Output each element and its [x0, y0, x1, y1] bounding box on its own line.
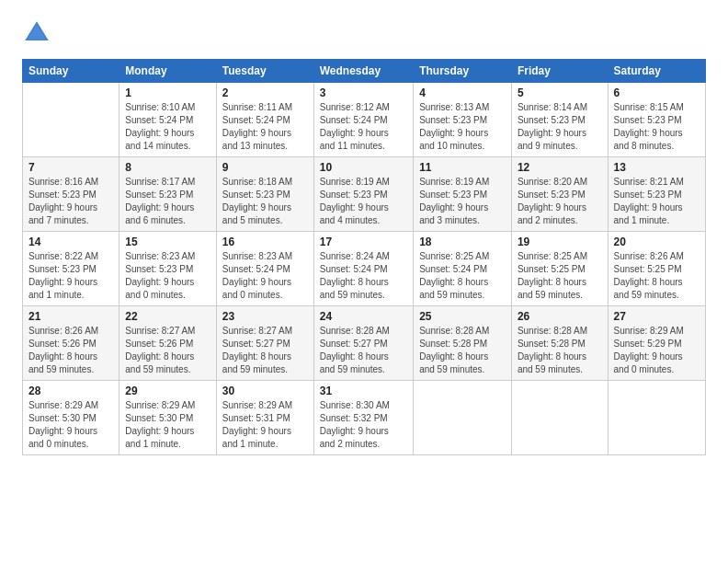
calendar-cell: 11Sunrise: 8:19 AMSunset: 5:23 PMDayligh…: [414, 157, 512, 232]
day-number: 3: [320, 86, 407, 99]
day-info: Sunrise: 8:14 AMSunset: 5:23 PMDaylight:…: [518, 101, 602, 153]
day-info: Sunrise: 8:27 AMSunset: 5:27 PMDaylight:…: [222, 325, 308, 376]
day-info: Sunrise: 8:27 AMSunset: 5:26 PMDaylight:…: [125, 325, 210, 376]
day-number: 11: [419, 161, 506, 174]
calendar-cell: 29Sunrise: 8:29 AMSunset: 5:30 PMDayligh…: [119, 381, 217, 455]
calendar-cell: 15Sunrise: 8:23 AMSunset: 5:23 PMDayligh…: [119, 232, 217, 306]
calendar-cell: 6Sunrise: 8:15 AMSunset: 5:23 PMDaylight…: [608, 83, 705, 157]
day-info: Sunrise: 8:23 AMSunset: 5:23 PMDaylight:…: [125, 250, 210, 302]
header-cell-friday: Friday: [511, 60, 608, 83]
day-info: Sunrise: 8:30 AMSunset: 5:32 PMDaylight:…: [320, 399, 407, 451]
day-info: Sunrise: 8:11 AMSunset: 5:24 PMDaylight:…: [222, 101, 308, 153]
day-info: Sunrise: 8:13 AMSunset: 5:23 PMDaylight:…: [419, 101, 506, 153]
logo-icon: [22, 18, 51, 48]
calendar-cell: 4Sunrise: 8:13 AMSunset: 5:23 PMDaylight…: [414, 83, 512, 157]
day-number: 30: [222, 385, 308, 397]
calendar-cell: 26Sunrise: 8:28 AMSunset: 5:28 PMDayligh…: [511, 306, 608, 381]
day-info: Sunrise: 8:22 AMSunset: 5:23 PMDaylight:…: [28, 250, 113, 302]
day-info: Sunrise: 8:29 AMSunset: 5:31 PMDaylight:…: [222, 399, 308, 451]
calendar-cell: 24Sunrise: 8:28 AMSunset: 5:27 PMDayligh…: [313, 306, 413, 381]
day-info: Sunrise: 8:25 AMSunset: 5:25 PMDaylight:…: [518, 250, 602, 302]
day-info: Sunrise: 8:23 AMSunset: 5:24 PMDaylight:…: [222, 250, 308, 302]
calendar-cell: 20Sunrise: 8:26 AMSunset: 5:25 PMDayligh…: [608, 232, 705, 306]
calendar-cell: [414, 381, 512, 455]
calendar-cell: 8Sunrise: 8:17 AMSunset: 5:23 PMDaylight…: [119, 157, 217, 232]
day-number: 12: [518, 161, 602, 174]
day-number: 14: [28, 236, 113, 248]
header-cell-tuesday: Tuesday: [216, 60, 313, 83]
day-number: 26: [518, 310, 602, 323]
calendar-week-5: 28Sunrise: 8:29 AMSunset: 5:30 PMDayligh…: [23, 381, 706, 455]
day-number: 6: [614, 86, 700, 99]
header-cell-monday: Monday: [119, 60, 217, 83]
day-number: 5: [518, 86, 602, 99]
calendar-cell: 28Sunrise: 8:29 AMSunset: 5:30 PMDayligh…: [23, 381, 119, 455]
calendar-cell: 3Sunrise: 8:12 AMSunset: 5:24 PMDaylight…: [313, 83, 413, 157]
day-number: 19: [518, 236, 602, 248]
calendar-cell: 21Sunrise: 8:26 AMSunset: 5:26 PMDayligh…: [23, 306, 119, 381]
calendar-cell: 1Sunrise: 8:10 AMSunset: 5:24 PMDaylight…: [119, 83, 217, 157]
calendar-week-1: 1Sunrise: 8:10 AMSunset: 5:24 PMDaylight…: [23, 83, 706, 157]
header-cell-wednesday: Wednesday: [313, 60, 413, 83]
day-number: 16: [222, 236, 308, 248]
day-number: 17: [320, 236, 407, 248]
day-number: 27: [614, 310, 700, 323]
calendar-cell: 18Sunrise: 8:25 AMSunset: 5:24 PMDayligh…: [414, 232, 512, 306]
calendar-cell: 16Sunrise: 8:23 AMSunset: 5:24 PMDayligh…: [216, 232, 313, 306]
day-number: 1: [125, 86, 210, 99]
calendar-cell: 27Sunrise: 8:29 AMSunset: 5:29 PMDayligh…: [608, 306, 705, 381]
page: SundayMondayTuesdayWednesdayThursdayFrid…: [0, 0, 728, 563]
calendar-week-2: 7Sunrise: 8:16 AMSunset: 5:23 PMDaylight…: [23, 157, 706, 232]
day-number: 21: [28, 310, 113, 323]
day-info: Sunrise: 8:18 AMSunset: 5:23 PMDaylight:…: [222, 176, 308, 227]
day-number: 8: [125, 161, 210, 174]
calendar-cell: 30Sunrise: 8:29 AMSunset: 5:31 PMDayligh…: [216, 381, 313, 455]
calendar-cell: 31Sunrise: 8:30 AMSunset: 5:32 PMDayligh…: [313, 381, 413, 455]
calendar-cell: 2Sunrise: 8:11 AMSunset: 5:24 PMDaylight…: [216, 83, 313, 157]
calendar-cell: 7Sunrise: 8:16 AMSunset: 5:23 PMDaylight…: [23, 157, 119, 232]
day-number: 10: [320, 161, 407, 174]
calendar-week-4: 21Sunrise: 8:26 AMSunset: 5:26 PMDayligh…: [23, 306, 706, 381]
calendar-cell: 9Sunrise: 8:18 AMSunset: 5:23 PMDaylight…: [216, 157, 313, 232]
day-info: Sunrise: 8:26 AMSunset: 5:26 PMDaylight:…: [28, 325, 113, 376]
day-info: Sunrise: 8:10 AMSunset: 5:24 PMDaylight:…: [125, 101, 210, 153]
day-number: 29: [125, 385, 210, 397]
calendar-cell: 14Sunrise: 8:22 AMSunset: 5:23 PMDayligh…: [23, 232, 119, 306]
day-info: Sunrise: 8:28 AMSunset: 5:28 PMDaylight:…: [518, 325, 602, 376]
calendar-cell: 13Sunrise: 8:21 AMSunset: 5:23 PMDayligh…: [608, 157, 705, 232]
day-number: 31: [320, 385, 407, 397]
calendar-cell: 22Sunrise: 8:27 AMSunset: 5:26 PMDayligh…: [119, 306, 217, 381]
header-row: SundayMondayTuesdayWednesdayThursdayFrid…: [23, 60, 706, 83]
day-info: Sunrise: 8:17 AMSunset: 5:23 PMDaylight:…: [125, 176, 210, 227]
day-number: 9: [222, 161, 308, 174]
header-cell-sunday: Sunday: [23, 60, 119, 83]
day-info: Sunrise: 8:21 AMSunset: 5:23 PMDaylight:…: [614, 176, 700, 227]
calendar-header: SundayMondayTuesdayWednesdayThursdayFrid…: [23, 60, 706, 83]
header-cell-thursday: Thursday: [414, 60, 512, 83]
day-info: Sunrise: 8:26 AMSunset: 5:25 PMDaylight:…: [614, 250, 700, 302]
day-info: Sunrise: 8:29 AMSunset: 5:29 PMDaylight:…: [614, 325, 700, 376]
day-info: Sunrise: 8:25 AMSunset: 5:24 PMDaylight:…: [419, 250, 506, 302]
day-number: 28: [28, 385, 113, 397]
day-number: 24: [320, 310, 407, 323]
day-info: Sunrise: 8:20 AMSunset: 5:23 PMDaylight:…: [518, 176, 602, 227]
calendar-cell: [511, 381, 608, 455]
day-info: Sunrise: 8:15 AMSunset: 5:23 PMDaylight:…: [614, 101, 700, 153]
day-number: 22: [125, 310, 210, 323]
day-info: Sunrise: 8:28 AMSunset: 5:28 PMDaylight:…: [419, 325, 506, 376]
calendar-cell: 17Sunrise: 8:24 AMSunset: 5:24 PMDayligh…: [313, 232, 413, 306]
day-number: 4: [419, 86, 506, 99]
calendar-cell: [608, 381, 705, 455]
day-info: Sunrise: 8:29 AMSunset: 5:30 PMDaylight:…: [125, 399, 210, 451]
day-info: Sunrise: 8:19 AMSunset: 5:23 PMDaylight:…: [320, 176, 407, 227]
calendar-cell: 19Sunrise: 8:25 AMSunset: 5:25 PMDayligh…: [511, 232, 608, 306]
day-number: 2: [222, 86, 308, 99]
calendar-cell: 23Sunrise: 8:27 AMSunset: 5:27 PMDayligh…: [216, 306, 313, 381]
day-info: Sunrise: 8:24 AMSunset: 5:24 PMDaylight:…: [320, 250, 407, 302]
calendar-cell: 10Sunrise: 8:19 AMSunset: 5:23 PMDayligh…: [313, 157, 413, 232]
calendar-cell: 25Sunrise: 8:28 AMSunset: 5:28 PMDayligh…: [414, 306, 512, 381]
day-info: Sunrise: 8:12 AMSunset: 5:24 PMDaylight:…: [320, 101, 407, 153]
calendar: SundayMondayTuesdayWednesdayThursdayFrid…: [22, 59, 706, 455]
calendar-cell: [23, 83, 119, 157]
day-number: 20: [614, 236, 700, 248]
